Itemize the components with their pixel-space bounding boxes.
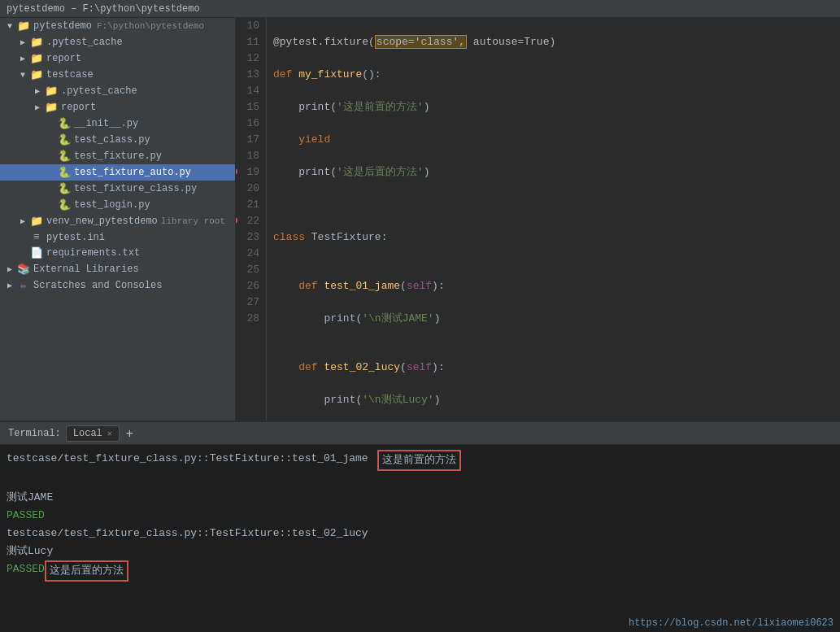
line-number-11: 11▼ xyxy=(239,34,259,50)
terminal-body: testcase/test_fixture_class.py::TestFixt… xyxy=(0,445,840,632)
folder-icon: 📁 xyxy=(44,101,59,114)
sidebar-item-requirements-txt[interactable]: 📄 requirements.txt xyxy=(0,245,235,261)
terminal-tab-close[interactable]: ✕ xyxy=(107,429,112,438)
line-number-17: 17▼ xyxy=(239,132,259,148)
folder-icon: 📁 xyxy=(29,215,44,228)
line-number-10: 10 xyxy=(239,18,259,34)
line-number-18: 18 xyxy=(239,148,259,164)
sidebar-item-label: requirements.txt xyxy=(46,247,140,259)
sidebar-item-test-fixture-py[interactable]: 🐍 test_fixture.py xyxy=(0,148,235,164)
folder-icon: 📁 xyxy=(16,20,31,33)
py-icon: 🐍 xyxy=(57,198,72,211)
code-line-22: def test_02_lucy(self): xyxy=(273,360,833,376)
terminal-line-2 xyxy=(7,471,833,489)
folder-icon: 📁 xyxy=(29,52,44,65)
terminal-text-2 xyxy=(7,471,13,489)
sidebar-item-report-root[interactable]: ▶ 📁 report xyxy=(0,50,235,67)
code-content: @pytest.fixture(scope='class', autouse=T… xyxy=(267,18,840,421)
sidebar-item-pytestdemo-root[interactable]: ▼ 📁 pytestdemo F:\python\pytestdemo xyxy=(0,18,235,34)
line-number-26: 26▶ xyxy=(239,278,259,294)
sidebar-item-report-inner[interactable]: ▶ 📁 report xyxy=(0,99,235,116)
terminal-text-6: 测试Lucy xyxy=(7,543,53,560)
sidebar-item-label: test_class.py xyxy=(74,134,150,146)
sidebar-item-venv-root[interactable]: ▶ 📁 venv_new_pytestdemo library root xyxy=(0,213,235,229)
line-number-13: 13 xyxy=(239,67,259,83)
arrow-icon: ▶ xyxy=(31,102,44,112)
terminal-passed-2: PASSED xyxy=(7,560,45,578)
terminal-add-button[interactable]: + xyxy=(121,426,138,441)
code-line-17: class TestFixture: xyxy=(273,229,833,246)
sidebar-item-label: test_fixture.py xyxy=(74,150,162,162)
line-number-22: 22 xyxy=(239,213,259,229)
sidebar-item-pytest-cache-root[interactable]: ▶ 📁 .pytest_cache xyxy=(0,34,235,50)
sidebar-item-init-py[interactable]: 🐍 __init__.py xyxy=(0,116,235,132)
sidebar-item-test-class-py[interactable]: 🐍 test_class.py xyxy=(0,132,235,148)
code-line-11: def my_fixture(): xyxy=(273,67,833,83)
ini-icon: ≡ xyxy=(29,231,44,243)
sidebar-item-label: test_login.py xyxy=(74,199,150,211)
terminal-line-4: PASSED xyxy=(7,507,833,525)
py-icon: 🐍 xyxy=(57,150,72,163)
terminal-container: Terminal: Local ✕ + testcase/test_fixtur… xyxy=(0,421,840,632)
arrow-icon: ▶ xyxy=(31,86,44,96)
line-number-27: 27 xyxy=(239,294,259,311)
line-number-19: 19 xyxy=(239,164,259,181)
line-number-28: 28 xyxy=(239,311,259,327)
top-bar: pytestdemo – F:\python\pytestdemo xyxy=(0,0,840,18)
line-number-21: 21 xyxy=(239,197,259,213)
line-number-24: 24 xyxy=(239,246,259,262)
sidebar-item-test-fixture-class-py[interactable]: 🐍 test_fixture_class.py xyxy=(0,181,235,197)
terminal-passed-1: PASSED xyxy=(7,507,45,525)
sidebar-item-label: pytestdemo xyxy=(33,20,92,32)
code-line-14: print('这是后置的方法') xyxy=(273,164,833,181)
sidebar-item-label: Scratches and Consoles xyxy=(33,280,162,291)
code-line-12: print('这是前置的方法') xyxy=(273,99,833,116)
line-number-20: 20 xyxy=(239,181,259,197)
sidebar: ▼ 📁 pytestdemo F:\python\pytestdemo ▶ 📁 … xyxy=(0,18,236,421)
sidebar-item-label: testcase xyxy=(46,69,94,81)
line-number-23: 23 xyxy=(239,229,259,246)
terminal-tabs: Terminal: Local ✕ + xyxy=(0,422,840,445)
folder-icon: 📁 xyxy=(44,85,59,98)
line-number-14: 14▼ xyxy=(239,83,259,99)
project-path: F:\python\pytestdemo xyxy=(97,21,204,31)
sidebar-item-external-libs[interactable]: ▶ 📚 External Libraries xyxy=(0,261,235,277)
sidebar-item-label: __init__.py xyxy=(74,118,138,129)
scratch-icon: ✏️ xyxy=(16,279,31,292)
line-numbers: 10 11▼ 12 13 14▼ 15 16 17▼ 18 19 20 21 2… xyxy=(236,18,267,421)
line-number-16: 16 xyxy=(239,116,259,132)
sidebar-item-testcase-root[interactable]: ▼ 📁 testcase xyxy=(0,67,235,83)
folder-icon: 📁 xyxy=(29,36,44,49)
sidebar-item-pytest-ini[interactable]: ≡ pytest.ini xyxy=(0,229,235,245)
sidebar-item-scratches[interactable]: ▶ ✏️ Scratches and Consoles xyxy=(0,277,235,294)
sidebar-item-test-login-py[interactable]: 🐍 test_login.py xyxy=(0,197,235,213)
library-badge: library root xyxy=(161,216,225,226)
terminal-tab-local[interactable]: Local ✕ xyxy=(66,425,120,442)
sidebar-item-test-fixture-auto-py[interactable]: 🐍 test_fixture_auto.py xyxy=(0,164,235,181)
terminal-text-5: testcase/test_fixture_class.py::TestFixt… xyxy=(7,525,368,543)
line-number-12: 12 xyxy=(239,50,259,67)
sidebar-item-label: test_fixture_auto.py xyxy=(74,167,191,178)
arrow-icon: ▶ xyxy=(3,281,16,290)
terminal-line-6: 测试Lucy xyxy=(7,543,833,560)
py-icon: 🐍 xyxy=(57,133,72,146)
sidebar-item-label: .pytest_cache xyxy=(46,37,123,48)
code-editor[interactable]: 10 11▼ 12 13 14▼ 15 16 17▼ 18 19 20 21 2… xyxy=(236,18,840,421)
terminal-highlighted-text-2: 这是后置的方法 xyxy=(45,560,128,582)
py-icon: 🐍 xyxy=(57,117,72,130)
terminal-text-3: 测试JAME xyxy=(7,489,53,507)
project-title: pytestdemo – F:\python\pytestdemo xyxy=(7,3,200,15)
external-icon: 📚 xyxy=(16,263,31,276)
line-number-15: 15 xyxy=(239,99,259,116)
terminal-label: Terminal: xyxy=(3,428,66,439)
terminal-tab-label-local: Local xyxy=(73,428,102,439)
terminal-highlighted-text-1: 这是前置的方法 xyxy=(377,450,461,471)
py-icon: 🐍 xyxy=(57,166,72,179)
code-line-23: print('\n测试Lucy') xyxy=(273,392,833,408)
sidebar-item-label: report xyxy=(61,102,96,113)
footer-link: https://blog.csdn.net/lixiaomei0623 xyxy=(629,617,833,629)
arrow-icon: ▼ xyxy=(3,22,16,31)
sidebar-item-pytest-cache-inner[interactable]: ▶ 📁 .pytest_cache xyxy=(0,83,235,99)
terminal-text-1: testcase/test_fixture_class.py::TestFixt… xyxy=(7,450,374,468)
sidebar-item-label: venv_new_pytestdemo xyxy=(46,216,158,227)
